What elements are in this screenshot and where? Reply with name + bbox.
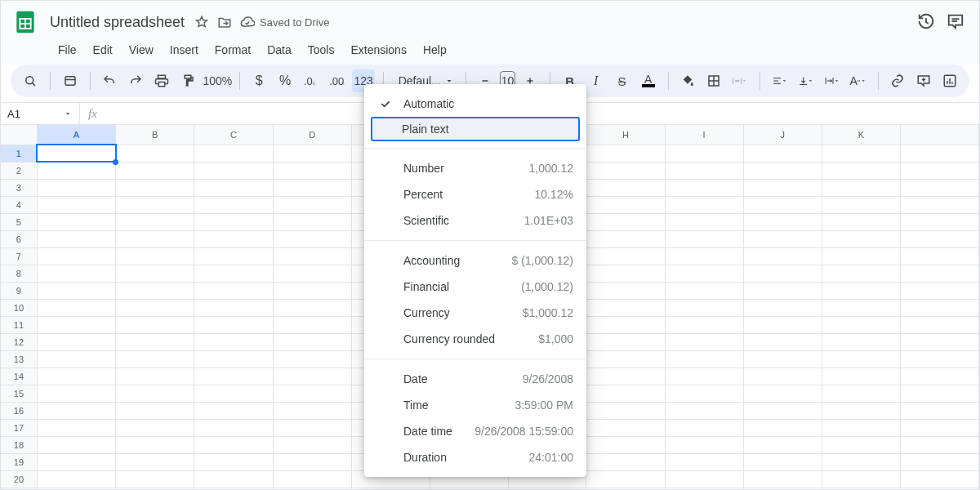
cell[interactable] — [586, 453, 665, 470]
cell[interactable] — [665, 145, 743, 162]
cell[interactable] — [194, 247, 273, 265]
cell[interactable] — [665, 333, 743, 350]
menu-data[interactable]: Data — [261, 40, 298, 60]
strikethrough-button[interactable]: S — [611, 69, 634, 92]
cell[interactable] — [586, 145, 665, 162]
cell[interactable] — [822, 282, 900, 299]
cell[interactable] — [273, 316, 351, 333]
cell[interactable] — [116, 316, 194, 333]
column-header[interactable]: K — [822, 125, 900, 145]
cell[interactable] — [273, 470, 351, 488]
cell[interactable] — [665, 230, 743, 247]
column-header[interactable]: H — [586, 125, 665, 145]
cell[interactable] — [37, 385, 115, 402]
cell[interactable] — [586, 230, 665, 247]
vertical-align-button[interactable] — [795, 69, 817, 92]
cell[interactable] — [822, 368, 900, 385]
cell[interactable] — [273, 179, 351, 196]
menu-view[interactable]: View — [122, 40, 160, 60]
row-header[interactable]: 8 — [1, 265, 37, 282]
cell[interactable] — [822, 402, 900, 419]
select-all-corner[interactable] — [1, 125, 37, 145]
cell[interactable] — [116, 453, 194, 470]
increase-decimal-icon[interactable]: .00 — [326, 69, 349, 92]
cell[interactable] — [586, 333, 665, 350]
cell[interactable] — [901, 470, 979, 488]
cell[interactable] — [901, 350, 979, 368]
menu-edit[interactable]: Edit — [87, 40, 119, 60]
cell[interactable] — [743, 299, 822, 316]
row-header[interactable]: 4 — [1, 196, 37, 213]
cell[interactable] — [273, 419, 351, 436]
menu-insert[interactable]: Insert — [163, 40, 205, 60]
cell[interactable] — [822, 350, 900, 368]
cell[interactable] — [273, 385, 351, 402]
cell[interactable] — [901, 368, 979, 385]
cell[interactable] — [743, 230, 822, 247]
cell[interactable] — [273, 196, 351, 213]
cell[interactable] — [665, 402, 743, 419]
undo-icon[interactable] — [98, 69, 121, 92]
menu-file[interactable]: File — [51, 40, 83, 60]
insert-link-button[interactable] — [886, 69, 909, 92]
cell[interactable] — [194, 419, 273, 436]
name-box[interactable]: A1 — [1, 103, 79, 124]
cell[interactable] — [665, 196, 743, 213]
cell[interactable] — [194, 265, 273, 282]
cell[interactable] — [822, 265, 900, 282]
cell[interactable] — [37, 282, 115, 299]
cell[interactable] — [901, 247, 979, 265]
row-header[interactable]: 20 — [1, 470, 37, 488]
cell[interactable] — [665, 162, 743, 179]
insert-chart-button[interactable] — [938, 69, 961, 92]
move-icon[interactable] — [217, 15, 232, 29]
cell[interactable] — [743, 436, 822, 453]
redo-icon[interactable] — [124, 69, 147, 92]
cell[interactable] — [37, 470, 115, 488]
cell[interactable] — [586, 179, 665, 196]
row-header[interactable]: 6 — [1, 230, 37, 247]
cell[interactable] — [586, 470, 665, 488]
cell[interactable] — [37, 419, 115, 436]
cell[interactable] — [37, 316, 115, 333]
cell[interactable] — [901, 419, 979, 436]
cell[interactable] — [194, 385, 273, 402]
format-option-currency[interactable]: Currency$1,000.12 — [364, 300, 586, 326]
cell[interactable] — [116, 402, 194, 419]
cell[interactable] — [901, 282, 979, 299]
cell[interactable] — [901, 265, 979, 282]
cell[interactable] — [194, 299, 273, 316]
cell[interactable] — [116, 213, 194, 230]
italic-button[interactable]: I — [585, 69, 608, 92]
zoom-dropdown[interactable]: 100% — [203, 69, 231, 92]
format-option-duration[interactable]: Duration24:01:00 — [364, 444, 586, 470]
cell[interactable] — [273, 299, 351, 316]
cell[interactable] — [822, 299, 900, 316]
paint-format-icon[interactable] — [176, 69, 199, 92]
cell[interactable] — [586, 265, 665, 282]
save-status[interactable]: Saved to Drive — [240, 15, 329, 29]
row-header[interactable]: 16 — [1, 402, 37, 419]
row-header[interactable]: 7 — [1, 247, 37, 265]
cell[interactable] — [665, 453, 743, 470]
row-header[interactable]: 15 — [1, 385, 37, 402]
cell[interactable] — [665, 247, 743, 265]
cell[interactable] — [37, 299, 115, 316]
row-header[interactable]: 13 — [1, 350, 37, 368]
cell[interactable] — [822, 145, 900, 162]
comment-history-icon[interactable] — [947, 12, 964, 33]
cell[interactable] — [743, 179, 822, 196]
row-header[interactable]: 12 — [1, 333, 37, 350]
cell[interactable] — [743, 368, 822, 385]
cell[interactable] — [743, 265, 822, 282]
cell[interactable] — [822, 179, 900, 196]
cell[interactable] — [273, 265, 351, 282]
cell[interactable] — [822, 247, 900, 265]
cell[interactable] — [665, 179, 743, 196]
cell[interactable] — [194, 316, 273, 333]
cell[interactable] — [901, 213, 979, 230]
cell[interactable] — [273, 247, 351, 265]
borders-button[interactable] — [702, 69, 725, 92]
search-icon[interactable] — [19, 69, 42, 92]
cell[interactable] — [194, 436, 273, 453]
